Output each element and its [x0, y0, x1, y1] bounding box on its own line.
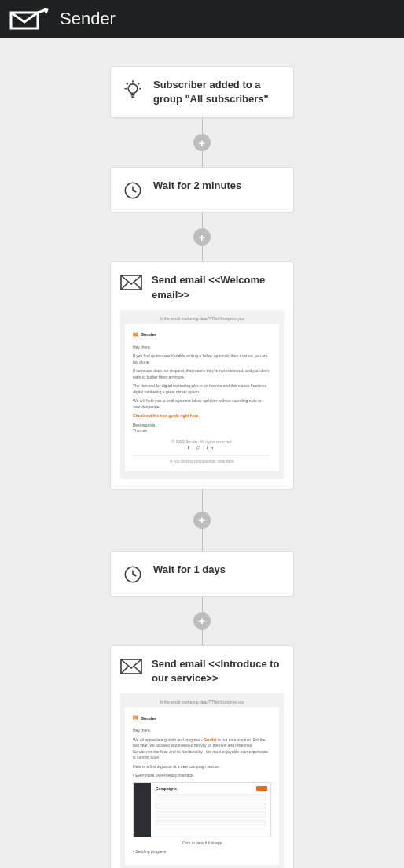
connector-line [202, 151, 203, 167]
preview-social-icons: f 𝓖 in [133, 445, 271, 452]
preview-bullet: • Even more user-friendly interface [133, 773, 271, 779]
app-header: Sender [0, 0, 404, 38]
preview-brand: Sender [141, 331, 156, 338]
connector-line [202, 212, 203, 228]
email-title: Send email <<Welcome email>> [152, 273, 284, 301]
add-step-button[interactable]: + [193, 134, 211, 151]
preview-greeting: Hey there, [133, 345, 271, 351]
screenshot-primary-button [256, 786, 267, 791]
sender-logo-icon [9, 8, 49, 30]
wait-node[interactable]: Wait for 1 days [110, 551, 294, 597]
email-preview: Is the email marketing dead? This'll sur… [120, 310, 284, 479]
wait-title: Wait for 1 days [153, 563, 226, 577]
preview-paragraph: Here is a first a glance at a new campai… [133, 764, 271, 770]
preview-signoff: Best regards, Thomas [133, 423, 271, 434]
preview-copyright: © 2020 Sender. All rights reserved. [133, 439, 271, 445]
connector-line [202, 630, 203, 645]
preview-bullet: • Sending progress [133, 849, 271, 855]
clock-icon [122, 563, 144, 585]
email-node[interactable]: Send email <<Welcome email>> Is the emai… [110, 261, 294, 489]
wait-title: Wait for 2 minutes [153, 179, 241, 193]
connector-line [202, 597, 203, 612]
svg-line-9 [138, 83, 139, 85]
email-preview: Is the email marketing dead? This'll sur… [120, 693, 284, 868]
preview-paragraph: If someone does not respond, that means … [133, 368, 271, 380]
automation-canvas: Subscriber added to a group "All subscri… [0, 38, 404, 868]
svg-line-8 [127, 83, 128, 85]
envelope-icon [120, 273, 142, 292]
email-title: Send email <<Introduce to our service>> [152, 657, 284, 685]
preview-logo-icon: ✉ [133, 331, 138, 340]
preview-paragraph: We will help you to craft a perfect foll… [133, 398, 271, 410]
connector-line [202, 246, 203, 261]
preview-paragraph: We all appreciate growth and progress - … [133, 737, 271, 761]
add-step-button[interactable]: + [193, 228, 211, 246]
trigger-node[interactable]: Subscriber added to a group "All subscri… [110, 66, 294, 118]
preview-cta: Check out the new guide right here. [133, 413, 271, 419]
brand-name: Sender [60, 9, 116, 29]
preview-logo-icon: ✉ [133, 714, 138, 723]
preview-paragraph: The demand for digital marketing jobs is… [133, 383, 271, 395]
lightbulb-icon [122, 78, 144, 102]
svg-line-12 [121, 283, 128, 290]
connector-line [202, 529, 203, 551]
preview-unsubscribe: If you wish to unsubscribe, click here [133, 459, 271, 465]
preview-brand: Sender [141, 715, 156, 722]
add-step-button[interactable]: + [193, 612, 211, 630]
preview-subject: Is the email marketing dead? This'll sur… [160, 700, 244, 704]
envelope-icon [120, 657, 142, 676]
preview-greeting: Hey there, [133, 728, 271, 734]
add-step-button[interactable]: + [193, 512, 211, 529]
svg-point-2 [128, 84, 138, 94]
preview-subject: Is the email marketing dead? This'll sur… [160, 316, 244, 321]
svg-line-13 [134, 283, 141, 290]
preview-caption: Click to view full image [133, 840, 271, 847]
preview-body: ✉ Sender Hey there, We all appreciate gr… [125, 707, 279, 865]
svg-line-17 [134, 667, 141, 674]
svg-line-16 [121, 667, 128, 674]
wait-node[interactable]: Wait for 2 minutes [110, 167, 294, 212]
trigger-title: Subscriber added to a group "All subscri… [153, 78, 282, 106]
preview-screenshot: Campaigns [133, 782, 271, 837]
clock-icon [122, 179, 144, 201]
preview-body: ✉ Sender Hey there, If you feel quite un… [125, 324, 279, 471]
preview-paragraph: If you feel quite uncomfortable writing … [133, 353, 271, 365]
email-node[interactable]: Send email <<Introduce to our service>> … [110, 645, 294, 868]
connector-line [202, 118, 203, 134]
connector-line [202, 489, 203, 512]
screenshot-heading: Campaigns [156, 786, 266, 792]
